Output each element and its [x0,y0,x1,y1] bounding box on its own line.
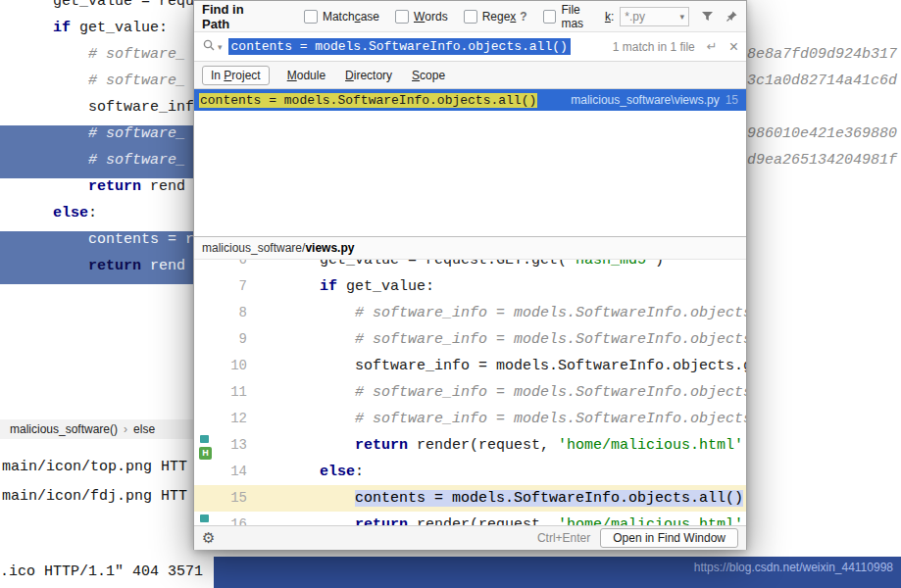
option-regex[interactable]: Regex? [464,10,527,24]
code-token: ) [655,260,664,269]
code-token [18,258,88,274]
editor-line-fragment: 8e8a7fd09d924b317 [747,46,901,73]
option-label-part: ords [425,10,447,24]
code-token: # software_info = models.SoftwareInfo.ob… [284,411,746,427]
code-line-text: contents = models.SoftwareInfo.objects.a… [261,485,746,512]
checkbox[interactable] [464,10,477,24]
code-line-text: if get_value: [261,273,746,300]
scope-label-part: odule [297,69,325,82]
code-line-text: # software_info = models.SoftwareInfo.ob… [261,326,746,353]
code-line-text: # software_info = models.SoftwareInfo.ob… [261,406,746,432]
preview-code-line[interactable]: 15 contents = models.SoftwareInfo.object… [194,485,746,512]
search-history-caret-icon[interactable]: ▾ [218,42,223,52]
code-token: : [88,205,97,221]
line-number: 12 [194,406,261,432]
code-line-text: software_info = models.SoftwareInfo.obje… [261,353,746,379]
code-line-text: get_value = request.GET.get('hash_md5') [261,260,746,273]
filter-icon[interactable] [701,10,714,23]
line-number: 6 [194,260,261,273]
line-number: 7 [194,273,261,300]
scope-mnemonic: D [345,69,354,82]
breadcrumb-item[interactable]: malicious_software() [10,422,118,436]
scope-label-part: cope [420,69,445,82]
code-token: # software_ [18,152,185,169]
scope-label-part: roject [231,69,260,82]
preview-code-line[interactable]: 16 return render(request, 'home/maliciou… [194,512,746,525]
scope-tab-module[interactable]: Module [285,67,327,84]
code-token: # software_info = models.SoftwareInfo.ob… [284,331,746,348]
code-token: 'home/malicious.html' [558,437,743,454]
code-token: contents = models.SoftwareInfo.objects.a… [355,490,743,507]
watermark-url: https://blog.csdn.net/weixin_44110998 [694,561,893,574]
search-icon[interactable] [202,38,216,56]
result-match-text: contents = models.SoftwareInfo.objects.a… [199,93,537,108]
line-number: 15 [194,485,261,512]
code-token: software_inf [18,99,194,116]
pin-icon[interactable] [726,10,738,23]
code-token [18,178,88,195]
code-token [284,516,355,525]
newline-icon[interactable]: ↵ [707,39,718,54]
checkbox[interactable] [543,10,557,24]
scope-mnemonic: S [412,69,420,82]
code-token: # software_info = models.SoftwareInfo.ob… [284,305,746,321]
scope-label-part: irectory [354,69,392,82]
find-in-path-dialog: Find in Path Match caseWordsRegex?File m… [193,0,747,550]
code-token [18,20,53,36]
option-words[interactable]: Words [395,10,448,24]
search-options: Match caseWordsRegex?File mask:*.py▾ [304,3,689,30]
option-mnemonic: W [414,10,425,24]
preview-editor: 6 get_value = request.GET.get('hash_md5'… [194,260,746,525]
result-file-path: malicious_software\views.py [571,93,719,107]
search-input[interactable]: contents = models.SoftwareInfo.objects.a… [228,38,571,55]
preview-code-line[interactable]: H13 return render(request, 'home/malicio… [194,432,746,459]
dialog-header: Find in Path Match caseWordsRegex?File m… [194,1,746,32]
option-match-case[interactable]: Match case [304,10,379,24]
shortcut-hint: Ctrl+Enter [537,531,590,545]
option-file-mask[interactable]: File mask:*.py▾ [543,3,689,30]
checkbox[interactable] [395,10,409,24]
code-line-text: return render(request, 'home/malicious.h… [261,432,746,459]
preview-file-name: views.py [305,241,354,255]
code-token: : [355,464,364,480]
preview-code-line[interactable]: 7 if get_value: [194,273,746,300]
scope-tab-in-project[interactable]: In Project [202,66,270,85]
option-mnemonic: x [510,10,516,24]
code-line-text: # software_info = models.SoftwareInfo.ob… [261,300,746,326]
help-icon[interactable]: ? [520,10,526,24]
code-token: # software_ [18,46,185,63]
result-line-number: 15 [726,93,738,107]
watermark-bar: https://blog.csdn.net/weixin_44110998 [214,557,901,588]
preview-code-line[interactable]: 12 # software_info = models.SoftwareInfo… [194,406,746,432]
scope-tab-scope[interactable]: Scope [410,67,447,84]
dialog-footer: ⚙ Ctrl+Enter Open in Find Window [194,525,746,550]
search-result-row[interactable]: contents = models.SoftwareInfo.objects.a… [194,89,746,111]
preview-code-line[interactable]: 6 get_value = request.GET.get('hash_md5'… [194,260,746,273]
checkbox[interactable] [304,10,318,24]
close-icon[interactable]: × [729,39,738,55]
file-mask-dropdown[interactable]: *.py▾ [620,7,689,26]
code-token [284,437,355,454]
scope-label-part: In [211,69,224,82]
code-token [284,464,320,480]
scope-tabs: In ProjectModuleDirectoryScope [194,62,746,89]
preview-code-line[interactable]: 11 # software_info = models.SoftwareInfo… [194,379,746,406]
results-list: contents = models.SoftwareInfo.objects.a… [194,89,746,236]
open-in-find-window-button[interactable]: Open in Find Window [600,528,738,548]
code-line-text: return render(request, 'home/malicious.h… [261,512,746,525]
chevron-down-icon: ▾ [679,12,684,22]
preview-code-line[interactable]: 14 else: [194,459,746,485]
gear-icon[interactable]: ⚙ [202,529,215,547]
breadcrumb-item[interactable]: else [133,422,155,436]
code-token: get_value = request.GET.get( [284,260,567,269]
preview-code-line[interactable]: 9 # software_info = models.SoftwareInfo.… [194,326,746,353]
option-label-part: Match [323,10,355,24]
preview-code-line[interactable]: 8 # software_info = models.SoftwareInfo.… [194,300,746,326]
search-field[interactable]: ▾ contents = models.SoftwareInfo.objects… [194,32,746,62]
scope-tab-directory[interactable]: Directory [343,67,394,84]
gutter-change-marker-icon [200,514,209,522]
file-mask-value: *.py [625,10,645,24]
code-token: return [88,258,141,274]
preview-code-line[interactable]: 10 software_info = models.SoftwareInfo.o… [194,353,746,379]
code-token: software_info = models.SoftwareInfo.obje… [284,358,746,374]
